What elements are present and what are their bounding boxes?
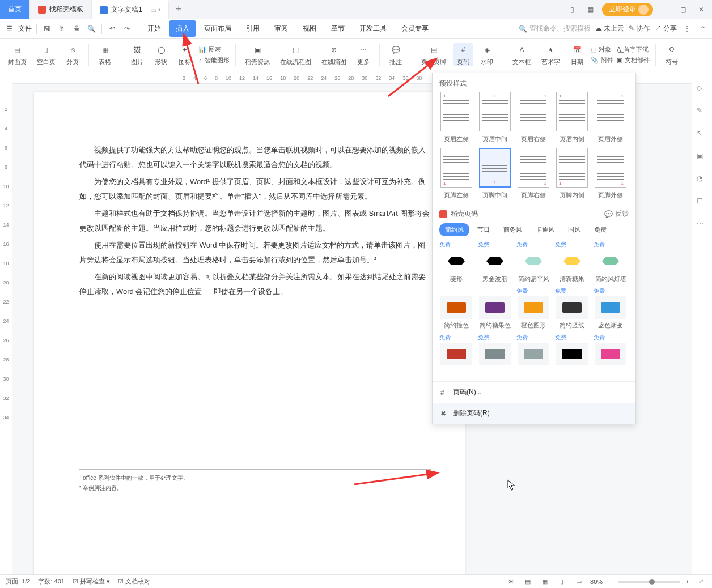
view-icon[interactable]: ▦ xyxy=(539,576,550,587)
zoom-value[interactable]: 80% xyxy=(590,578,603,585)
sidebar-icon[interactable]: ↖ xyxy=(697,129,708,140)
pagenum-style-6[interactable]: 简约糖果色 xyxy=(478,287,512,329)
tab-home[interactable]: 首页 xyxy=(0,0,30,19)
pagenum-style-9[interactable]: 免费蓝色渐变 xyxy=(594,287,628,329)
cover-page-button[interactable]: ▤封面页 xyxy=(5,43,30,66)
view-icon[interactable]: ▤ xyxy=(522,576,533,587)
proof-button[interactable]: ☑ 文档校对 xyxy=(118,577,150,586)
view-icon[interactable]: ▭ xyxy=(573,576,584,587)
mindmap-button[interactable]: ⊕在线脑图 xyxy=(318,43,350,66)
more-button[interactable]: ⋯更多 xyxy=(353,43,374,66)
picture-button[interactable]: 🖼图片 xyxy=(127,43,147,66)
pagenum-style-14[interactable]: 免费 xyxy=(594,334,628,376)
feedback-button[interactable]: 💬 反馈 xyxy=(604,209,629,219)
fullscreen-icon[interactable]: ⤢ xyxy=(695,576,706,587)
dropcap-button[interactable]: A͟ 首字下沉 xyxy=(617,45,650,54)
pagenum-style-1[interactable]: 免费黑金波浪 xyxy=(478,241,512,283)
save-icon[interactable]: 🖫 xyxy=(41,23,53,35)
preset-header-3[interactable]: 1页眉内侧 xyxy=(555,92,589,143)
zoom-out[interactable]: − xyxy=(608,578,612,585)
menu-tab-7[interactable]: 开发工具 xyxy=(353,20,393,37)
smartart-button[interactable]: ⬨ 智能图形 xyxy=(198,56,230,65)
menu-tab-2[interactable]: 页面布局 xyxy=(197,20,238,37)
page-number-button[interactable]: #页码 xyxy=(453,43,473,66)
sidebar-icon[interactable]: ⋯ xyxy=(697,220,708,231)
saveas-icon[interactable]: 🗎 xyxy=(56,23,67,35)
close-button[interactable]: ✕ xyxy=(695,6,707,14)
menu-tab-4[interactable]: 审阅 xyxy=(268,20,295,37)
sidebar-icon[interactable]: ☐ xyxy=(697,197,708,208)
style-tab-3[interactable]: 卡通风 xyxy=(530,223,560,236)
textbox-button[interactable]: A文本框 xyxy=(509,43,535,66)
flowchart-button[interactable]: ⬚在线流程图 xyxy=(277,43,315,66)
menu-tab-0[interactable]: 开始 xyxy=(141,20,168,37)
tab-document[interactable]: 文字文稿1▭ • xyxy=(92,0,169,19)
tab-templates[interactable]: 找稻壳模板 xyxy=(30,0,92,19)
blank-page-button[interactable]: ▯空白页 xyxy=(33,43,59,66)
minimize-button[interactable]: — xyxy=(659,6,671,14)
collab-button[interactable]: ✎ 协作 xyxy=(629,24,650,33)
preset-footer-4[interactable]: 1页脚外侧 xyxy=(594,148,628,199)
redo-icon[interactable]: ↷ xyxy=(121,23,133,35)
more-icon[interactable]: ⋮ xyxy=(681,23,693,35)
preset-footer-0[interactable]: 1页脚左侧 xyxy=(439,148,473,199)
preset-footer-3[interactable]: 1页脚内侧 xyxy=(555,148,589,199)
pagenum-style-8[interactable]: 免费简约竖线 xyxy=(555,287,589,329)
style-tab-1[interactable]: 节日 xyxy=(472,223,495,236)
style-tab-0[interactable]: 简约风 xyxy=(439,223,469,236)
menu-tab-6[interactable]: 章节 xyxy=(324,20,351,37)
menu-tab-5[interactable]: 视图 xyxy=(296,20,323,37)
view-icon[interactable]: ▯ xyxy=(556,576,567,587)
pagenum-style-3[interactable]: 免费清新糖果 xyxy=(555,241,589,283)
delete-page-number[interactable]: ✖删除页码(R) xyxy=(433,403,635,424)
page-indicator[interactable]: 页面: 1/2 xyxy=(6,577,30,586)
caret-icon[interactable]: ⌃ xyxy=(697,23,709,35)
share-button[interactable]: ↗ 分享 xyxy=(655,24,677,33)
print-icon[interactable]: 🖶 xyxy=(71,23,82,35)
word-count[interactable]: 字数: 401 xyxy=(38,577,64,586)
wordart-button[interactable]: 𝐀艺术字 xyxy=(538,43,563,66)
panel-icon[interactable]: ▯ xyxy=(566,6,578,14)
chart-button[interactable]: 📊 图表 xyxy=(198,45,230,54)
pagenum-style-4[interactable]: 免费简约风灯塔 xyxy=(594,241,628,283)
table-button[interactable]: ▦表格 xyxy=(95,43,115,66)
docer-res-button[interactable]: ▣稻壳资源 xyxy=(241,43,273,66)
pagenum-style-0[interactable]: 免费菱形 xyxy=(439,241,473,283)
pagenum-style-12[interactable]: 免费 xyxy=(516,334,550,376)
hamburger-icon[interactable]: ☰ xyxy=(3,23,15,35)
preset-header-4[interactable]: 1页眉外侧 xyxy=(594,92,628,143)
spellcheck-button[interactable]: ☑ 拼写检查 ▾ xyxy=(73,577,110,586)
style-tab-2[interactable]: 商务风 xyxy=(498,223,528,236)
header-footer-button[interactable]: ▤页眉页脚 xyxy=(418,43,450,66)
page-break-button[interactable]: ⎋分页 xyxy=(62,43,83,66)
menu-tab-1[interactable]: 插入 xyxy=(169,20,196,37)
object-button[interactable]: ⬚ 对象 xyxy=(591,45,613,54)
file-menu[interactable]: 文件 xyxy=(18,24,32,33)
sidebar-icon[interactable]: ✎ xyxy=(697,106,708,118)
maximize-button[interactable]: ▢ xyxy=(677,6,689,14)
sidebar-icon[interactable]: ▣ xyxy=(697,152,708,163)
pagenum-style-2[interactable]: 免费简约扁平风 xyxy=(516,241,550,283)
menu-tab-3[interactable]: 引用 xyxy=(239,20,266,37)
login-button[interactable]: 立即登录 xyxy=(602,3,653,16)
tab-add[interactable]: + xyxy=(169,0,188,19)
zoom-slider[interactable] xyxy=(618,581,680,583)
shape-button[interactable]: ◯形状 xyxy=(151,43,171,66)
pagenum-style-5[interactable]: 简约撞色 xyxy=(439,287,473,329)
preview-icon[interactable]: 🔍 xyxy=(86,23,97,35)
symbol-button[interactable]: Ω符号 xyxy=(662,43,682,66)
watermark-button[interactable]: ◈水印 xyxy=(477,43,497,66)
cloud-status[interactable]: ☁ 未上云 xyxy=(595,24,624,33)
sidebar-icon[interactable]: ◇ xyxy=(697,84,708,95)
date-button[interactable]: 📅日期 xyxy=(567,43,587,66)
icons-button[interactable]: ✦图标 xyxy=(175,43,195,66)
pagenum-style-11[interactable]: 免费 xyxy=(478,334,512,376)
view-icon[interactable]: 👁 xyxy=(505,576,516,587)
attach-button[interactable]: 📎 附件 xyxy=(591,56,613,65)
comment-button[interactable]: 💬批注 xyxy=(385,43,406,66)
pagenum-style-7[interactable]: 免费橙色图形 xyxy=(516,287,550,329)
preset-header-2[interactable]: 1页眉右侧 xyxy=(516,92,550,143)
preset-header-1[interactable]: 1页眉中间 xyxy=(478,92,512,143)
preset-header-0[interactable]: 1页眉左侧 xyxy=(439,92,473,143)
pagenum-style-10[interactable]: 免费 xyxy=(439,334,473,376)
